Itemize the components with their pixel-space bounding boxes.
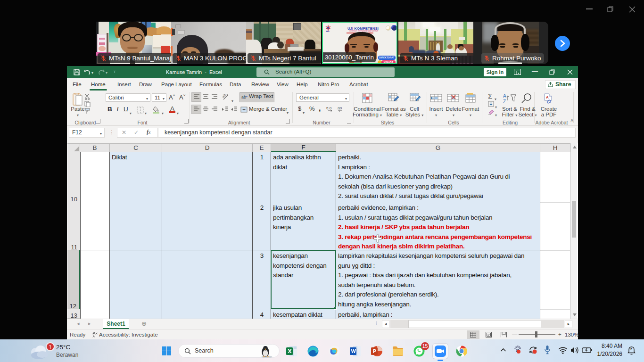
svg-text:A: A — [503, 93, 506, 99]
svg-text:ab: ab — [241, 95, 246, 99]
svg-text:A: A — [546, 95, 549, 99]
svg-text:.00: .00 — [337, 106, 342, 110]
svg-text:z: z — [630, 347, 632, 351]
svg-text:BAN: BAN — [326, 31, 330, 33]
svg-text:€.0: €.0 — [326, 106, 332, 110]
svg-text:Z: Z — [503, 99, 506, 104]
